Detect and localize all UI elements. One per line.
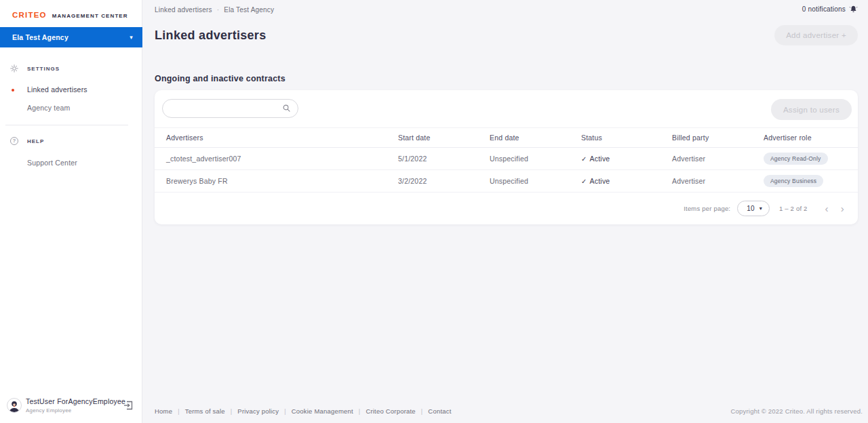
sidebar-item-support-center[interactable]: Support Center: [0, 157, 142, 171]
active-indicator-dot: [12, 89, 14, 92]
criteo-logo[interactable]: CRITEOMANAGEMENT CENTER: [12, 8, 128, 20]
settings-section-label: SETTINGS: [27, 66, 60, 72]
agency-selector[interactable]: Ela Test Agency ▾: [0, 27, 142, 47]
items-per-page-select[interactable]: 10 ▾: [737, 201, 770, 216]
assign-to-users-button[interactable]: Assign to users: [771, 99, 852, 120]
logout-icon[interactable]: [123, 400, 134, 411]
column-header-advertiser-role: Advertiser role: [764, 134, 858, 142]
column-header-advertisers: Advertisers: [166, 134, 398, 142]
cell-advertiser: _ctotest_advertiser007: [166, 155, 398, 163]
copyright-text: Copyright © 2022 Criteo. All rights rese…: [731, 407, 863, 415]
footer-link-privacy[interactable]: Privacy policy: [237, 407, 279, 415]
cell-billed-party: Advertiser: [672, 155, 764, 163]
role-badge: Agency Read-Only: [764, 153, 828, 165]
user-role: Agency Employee: [26, 407, 123, 414]
table-row[interactable]: _ctotest_advertiser007 5/1/2022 Unspecif…: [155, 148, 858, 170]
column-header-start-date: Start date: [398, 134, 490, 142]
add-advertiser-button[interactable]: Add advertiser +: [774, 25, 858, 45]
sidebar-item-label: Agency team: [27, 104, 70, 112]
check-icon: ✓: [581, 178, 587, 185]
column-header-end-date: End date: [490, 134, 581, 142]
sidebar-item-agency-team[interactable]: Agency team: [0, 102, 142, 116]
footer-link-home[interactable]: Home: [155, 407, 172, 415]
cell-end-date: Unspecified: [490, 155, 581, 163]
user-block: TestUser ForAgencyEmployee Agency Employ…: [7, 393, 134, 418]
cell-advertiser-role: Agency Business: [764, 175, 858, 187]
pagination-range: 1 – 2 of 2: [779, 205, 808, 212]
footer-separator: |: [284, 408, 286, 415]
footer-separator: |: [178, 408, 180, 415]
cell-billed-party: Advertiser: [672, 177, 764, 185]
footer-links: Home | Terms of sale | Privacy policy | …: [155, 407, 452, 415]
management-center-label: MANAGEMENT CENTER: [52, 13, 128, 19]
chevron-down-icon: ▾: [760, 205, 762, 212]
breadcrumb: Linked advertisers · Ela Test Agency: [155, 6, 274, 14]
sidebar-item-label: Linked advertisers: [27, 85, 87, 94]
page-title: Linked advertisers: [155, 28, 266, 43]
items-per-page-value: 10: [747, 205, 755, 212]
breadcrumb-separator: ·: [217, 6, 220, 14]
avatar: [7, 398, 22, 413]
sidebar-section-help: ? HELP: [0, 136, 142, 146]
bell-icon: [849, 5, 858, 14]
cell-status: ✓Active: [581, 177, 672, 185]
criteo-logo-text: CRITEO: [12, 11, 47, 19]
column-header-billed-party: Billed party: [672, 134, 764, 142]
footer-separator: |: [359, 408, 361, 415]
search-input[interactable]: [162, 99, 298, 118]
section-heading: Ongoing and inactive contracts: [155, 74, 285, 83]
sidebar-item-linked-advertisers[interactable]: Linked advertisers: [0, 84, 142, 98]
footer-separator: |: [231, 408, 233, 415]
footer: Home | Terms of sale | Privacy policy | …: [155, 407, 863, 415]
chevron-down-icon: ▾: [130, 34, 133, 41]
notifications-button[interactable]: 0 notifications: [802, 5, 858, 14]
footer-link-corporate[interactable]: Criteo Corporate: [366, 407, 415, 415]
check-icon: ✓: [581, 155, 587, 163]
contracts-card: Assign to users Advertisers Start date E…: [155, 90, 858, 224]
gear-icon: [10, 64, 18, 73]
user-meta: TestUser ForAgencyEmployee Agency Employ…: [26, 397, 123, 414]
role-badge: Agency Business: [764, 175, 823, 187]
breadcrumb-agency[interactable]: Ela Test Agency: [224, 6, 274, 14]
footer-link-terms[interactable]: Terms of sale: [185, 407, 225, 415]
help-section-label: HELP: [27, 138, 44, 144]
question-icon: ?: [10, 137, 18, 145]
cell-advertiser-role: Agency Read-Only: [764, 153, 858, 165]
contracts-table: Advertisers Start date End date Status B…: [155, 127, 858, 193]
cell-advertiser: Brewerys Baby FR: [166, 177, 398, 185]
sidebar-divider: [5, 125, 128, 125]
pagination: Items per page: 10 ▾ 1 – 2 of 2 ‹ ›: [155, 193, 858, 224]
footer-separator: |: [421, 408, 423, 415]
breadcrumb-linked-advertisers[interactable]: Linked advertisers: [155, 6, 212, 14]
footer-link-cookies[interactable]: Cookie Management: [292, 407, 353, 415]
cell-end-date: Unspecified: [490, 177, 581, 185]
main-content: Linked advertisers · Ela Test Agency 0 n…: [142, 0, 868, 423]
user-name: TestUser ForAgencyEmployee: [26, 397, 123, 405]
sidebar-item-label: Support Center: [27, 159, 77, 167]
cell-start-date: 5/1/2022: [398, 155, 490, 163]
sidebar-section-settings: SETTINGS: [0, 63, 142, 74]
footer-link-contact[interactable]: Contact: [428, 407, 451, 415]
agency-selector-label: Ela Test Agency: [12, 33, 130, 41]
status-text: Active: [590, 155, 610, 163]
cell-status: ✓Active: [581, 155, 672, 163]
items-per-page-label: Items per page:: [684, 205, 730, 212]
search-wrap: [162, 99, 298, 118]
column-header-status: Status: [581, 134, 672, 142]
notifications-count: 0 notifications: [802, 5, 846, 13]
sidebar: CRITEOMANAGEMENT CENTER Ela Test Agency …: [0, 0, 142, 423]
status-text: Active: [590, 177, 610, 185]
table-row[interactable]: Brewerys Baby FR 3/2/2022 Unspecified ✓A…: [155, 170, 858, 193]
previous-page-button[interactable]: ‹: [825, 203, 829, 214]
cell-start-date: 3/2/2022: [398, 177, 490, 185]
table-header-row: Advertisers Start date End date Status B…: [155, 127, 858, 148]
next-page-button[interactable]: ›: [841, 203, 844, 214]
